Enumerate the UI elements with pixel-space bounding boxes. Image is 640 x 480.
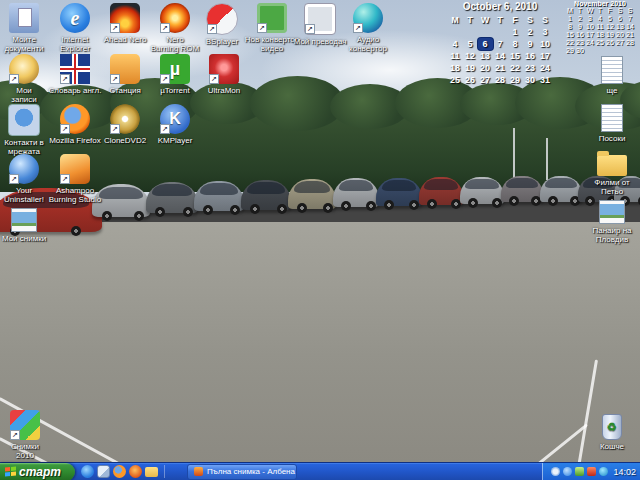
icon-my-documents[interactable]: Моите документи	[0, 3, 52, 53]
mini-calendar-cell: T	[575, 7, 585, 15]
icon-audio-converter[interactable]: Аудио конвертор	[340, 3, 396, 53]
calendar-day-16: 16	[523, 50, 538, 62]
calendar-day-11: 11	[448, 50, 463, 62]
red-tray-icon[interactable]	[587, 467, 596, 476]
mini-calendar-cell: 4	[595, 15, 605, 23]
mini-calendar-cell: 13	[615, 23, 625, 31]
taskbar-clock[interactable]: 14:02	[613, 467, 636, 477]
ie-quicklaunch-icon[interactable]	[81, 465, 94, 478]
icon-label: Филми от Петьо	[584, 178, 640, 196]
mini-calendar-cell: 1	[565, 15, 575, 23]
calendar-day-19: 19	[463, 62, 478, 74]
icon-bsplayer[interactable]: BSplayer	[194, 3, 250, 46]
icon-label: Словарь англ.	[47, 86, 103, 95]
clonedvd-icon	[110, 104, 140, 134]
calendar-day-27: 27	[478, 74, 493, 86]
icon-english-dictionary[interactable]: Словарь англ.	[47, 54, 103, 95]
bsplayer-icon	[206, 3, 238, 35]
calendar-day-6: 6	[478, 38, 493, 50]
icon-label: Моите документи	[0, 35, 52, 53]
icon-recycle-bin[interactable]: Кошче	[584, 410, 640, 451]
icon-my-records[interactable]: Мои записи	[0, 54, 52, 104]
mini-calendar-cell: 17	[585, 31, 595, 39]
shell-icon	[9, 54, 39, 84]
icon-movies-folder[interactable]: Филми от Петьо	[584, 148, 640, 196]
mini-calendar-cell: 24	[585, 39, 595, 47]
mini-calendar-cell: 5	[605, 15, 615, 23]
calendar-grid: MTWTFSS123456789101112131415161718192021…	[440, 14, 560, 86]
icon-label: ще	[584, 86, 640, 95]
msn-tray-icon[interactable]	[599, 467, 608, 476]
green-tray-icon[interactable]	[575, 467, 584, 476]
calendar-day-14: 14	[493, 50, 508, 62]
calendar-day-17: 17	[538, 50, 553, 62]
mini-calendar-cell: W	[585, 7, 595, 15]
icon-label: Your Uninstaller!	[0, 186, 52, 204]
icon-label: Снимки 2010	[0, 442, 53, 460]
task-button-label: Пълна снимка - Албена	[207, 467, 295, 476]
calendar-widget[interactable]: October 6, 2010 MTWTFSS12345678910111213…	[440, 1, 560, 86]
firefox-quicklaunch-icon[interactable]	[113, 465, 126, 478]
calendar-day-13: 13	[478, 50, 493, 62]
blue-tray-icon[interactable]	[563, 467, 572, 476]
icon-pictures-2010[interactable]: Снимки 2010	[0, 410, 53, 460]
icon-my-pictures[interactable]: Мои снимки	[0, 204, 52, 243]
calendar-day-15: 15	[508, 50, 523, 62]
mini-calendar-cell: 27	[615, 39, 625, 47]
start-button[interactable]: старт	[0, 463, 75, 480]
calendar-day-empty	[463, 26, 478, 38]
calendar-day-3: 3	[538, 26, 553, 38]
icon-kmplayer[interactable]: KMPlayer	[147, 104, 203, 145]
calendar-day-8: 8	[508, 38, 523, 50]
neroflame-icon	[110, 3, 140, 33]
mini-calendar-cell: 29	[565, 47, 575, 55]
mini-calendar-cell: 21	[625, 31, 635, 39]
icon-clonedvd2[interactable]: CloneDVD2	[97, 104, 153, 145]
calendar-day-empty	[448, 26, 463, 38]
greyapp-icon	[304, 3, 336, 35]
mini-calendar-cell: S	[625, 7, 635, 15]
mini-calendar-title: November 2010	[562, 0, 638, 7]
volume-tray-icon[interactable]	[551, 467, 560, 476]
icon-mozilla-firefox[interactable]: Mozilla Firefox	[47, 104, 103, 145]
mini-calendar-cell: 8	[565, 23, 575, 31]
calendar-day-22: 22	[508, 62, 523, 74]
mini-calendar-cell: 6	[615, 15, 625, 23]
icon-label: Посоки	[584, 134, 640, 143]
mini-calendar-cell: 12	[605, 23, 615, 31]
mini-calendar-cell: 20	[615, 31, 625, 39]
windows-logo-icon	[5, 466, 16, 476]
mini-calendar-cell	[615, 47, 625, 55]
network-icon	[8, 104, 40, 136]
uninst-icon	[9, 154, 39, 184]
icon-ahead-nero[interactable]: Ahead Nero	[97, 3, 153, 44]
mini-calendar-cell	[625, 47, 635, 55]
icon-text-file-2[interactable]: Посоки	[584, 102, 640, 143]
icon-utorrent[interactable]: µTorrent	[147, 54, 203, 95]
mini-calendar-widget[interactable]: November 2010 MTWTFSS1234567891011121314…	[562, 0, 638, 55]
calendar-day-31: 31	[538, 74, 553, 86]
calendar-weekday: T	[493, 14, 508, 26]
utorrent-icon	[160, 54, 190, 84]
icon-planner[interactable]: Станция	[97, 54, 153, 95]
icon-text-file-1[interactable]: ще	[584, 54, 640, 95]
folder-quicklaunch-icon[interactable]	[145, 467, 158, 477]
calendar-weekday: F	[508, 14, 523, 26]
media-player-quicklaunch-icon[interactable]	[129, 465, 142, 478]
icon-label: Кошче	[584, 442, 640, 451]
calendar-day-10: 10	[538, 38, 553, 50]
calendar-day-20: 20	[478, 62, 493, 74]
icon-ultramon[interactable]: UltraMon	[196, 54, 252, 95]
icon-label: Ahead Nero	[97, 35, 153, 44]
icon-your-uninstaller[interactable]: Your Uninstaller!	[0, 154, 52, 204]
mini-calendar-cell: F	[605, 7, 615, 15]
calendar-weekday: S	[538, 14, 553, 26]
system-tray: 14:02	[542, 463, 640, 480]
show-desktop-quicklaunch-icon[interactable]	[97, 465, 110, 478]
icon-internet-explorer[interactable]: Internet Explorer	[47, 3, 103, 53]
mini-calendar-cell: 10	[585, 23, 595, 31]
task-button[interactable]: Пълна снимка - Албена	[187, 464, 297, 480]
icon-ashampoo-burning-studio[interactable]: Ashampoo Burning Studio	[47, 154, 103, 204]
icon-network-places[interactable]: Контакти в мрежата	[0, 104, 52, 156]
icon-plovdiv-fair[interactable]: Панаир на Пловдив	[584, 196, 640, 244]
